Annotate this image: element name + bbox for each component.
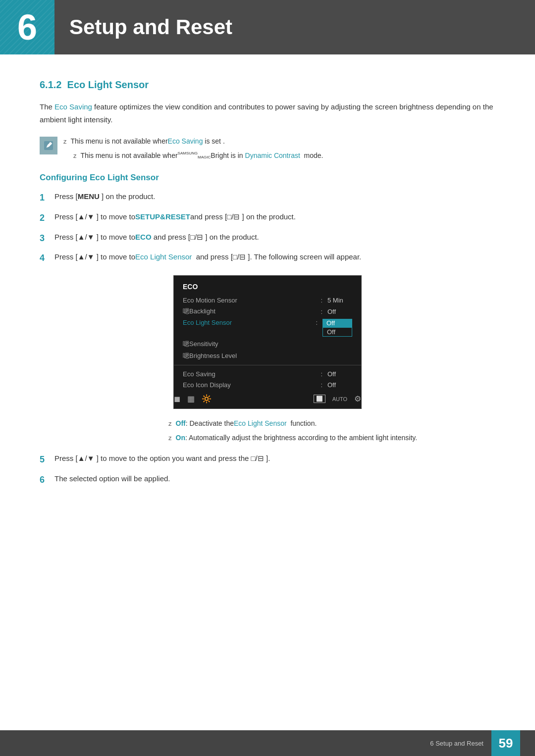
note-icon [40, 137, 57, 154]
setup-reset-link: SETUP&RESET [135, 212, 190, 221]
eco-btn-input: ⬜ [314, 395, 325, 403]
step-3: 3 Press [▲/▼ ] to move toECO and press [… [40, 231, 495, 246]
eco-saving-note: Eco Saving [168, 137, 203, 145]
eco-menu-screenshot: ECO Eco Motion Sensor : 5 Min 嗯Backlight… [173, 275, 362, 409]
steps-list-2: 5 Press [▲/▼ ] to move to the option you… [40, 453, 495, 487]
configuring-heading: Configuring Eco Light Sensor [40, 173, 495, 183]
eco-row-saving: Eco Saving : Off [174, 368, 361, 379]
eco-btn-back: ◼ [174, 394, 180, 403]
eco-light-sensor-bullet: Eco Light Sensor [234, 419, 287, 427]
on-label: On [176, 434, 185, 442]
chapter-number-box: 6 [0, 0, 54, 54]
bullet-off: z Off: Deactivate theEco Light Sensor fu… [168, 418, 495, 429]
eco-light-sensor-link: Eco Light Sensor [135, 252, 192, 261]
eco-footer-buttons: ◼ ▦ 🔆 ⬜ AUTO ⚙ [174, 390, 361, 403]
page-title: Setup and Reset [69, 15, 232, 39]
eco-row-motion: Eco Motion Sensor : 5 Min [174, 295, 361, 305]
note-lines: z This menu is not available wherEco Sav… [63, 136, 323, 162]
eco-separator [174, 365, 361, 365]
step-4: 4 Press [▲/▼ ] to move toEco Light Senso… [40, 251, 495, 265]
eco-row-light-sensor: Eco Light Sensor : Off Off [174, 317, 361, 338]
step-5: 5 Press [▲/▼ ] to move to the option you… [40, 453, 495, 467]
eco-row-icon-display: Eco Icon Display : Off [174, 379, 361, 390]
eco-dropdown: Off Off [322, 319, 352, 337]
eco-btn-menu: ▦ [187, 394, 195, 403]
after-screenshot-bullets: z Off: Deactivate theEco Light Sensor fu… [168, 418, 495, 444]
footer-text: 6 Setup and Reset [430, 740, 483, 747]
samsung-magic-label: SAMSUNGMAGIC [178, 151, 211, 158]
step-6: 6 The selected option will be applied. [40, 473, 495, 487]
eco-btn-brightness: 🔆 [202, 394, 212, 403]
eco-saving-highlight: Eco Saving [54, 102, 92, 111]
eco-link: ECO [135, 233, 152, 241]
intro-paragraph: The Eco Saving feature optimizes the vie… [40, 101, 495, 126]
bullet-on: z On: Automatically adjust the brightnes… [168, 432, 495, 444]
note-box: z This menu is not available wherEco Sav… [40, 136, 495, 162]
eco-row-backlight: 嗯Backlight : Off [174, 305, 361, 317]
note-line-1: z This menu is not available wherEco Sav… [63, 136, 323, 147]
step-1: 1 Press [MENU ] on the product. [40, 191, 495, 205]
step-2: 2 Press [▲/▼ ] to move toSETUP&RESETand … [40, 211, 495, 225]
eco-row-sensitivity: 嗯Sensitivity [174, 338, 361, 350]
dynamic-contrast-note: Dynamic Contrast [245, 151, 300, 159]
page-footer: 6 Setup and Reset 59 [0, 730, 535, 756]
page-header: 6 Setup and Reset [0, 0, 535, 54]
off-label: Off [176, 419, 186, 427]
eco-row-brightness-level: 嗯Brightness Level [174, 350, 361, 362]
note-line-2: z This menu is not available wherSAMSUNG… [63, 150, 323, 162]
eco-btn-auto: AUTO [332, 396, 347, 402]
eco-btn-settings: ⚙ [354, 394, 361, 403]
section-heading: 6.1.2 Eco Light Sensor [40, 79, 495, 91]
main-content: 6.1.2 Eco Light Sensor The Eco Saving fe… [0, 54, 535, 546]
page-number: 59 [491, 730, 520, 756]
steps-list-1: 1 Press [MENU ] on the product. 2 Press … [40, 191, 495, 265]
pencil-icon [43, 140, 54, 151]
eco-menu-title: ECO [174, 283, 361, 295]
